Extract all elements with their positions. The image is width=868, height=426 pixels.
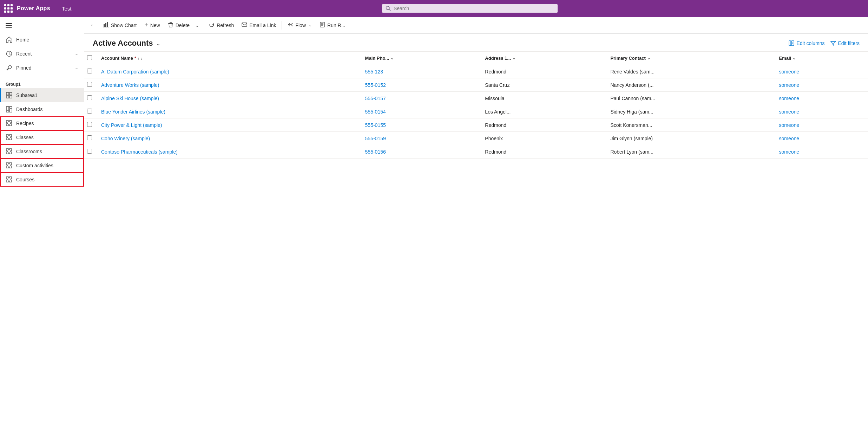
hamburger-menu[interactable]	[0, 20, 84, 33]
page-title-chevron[interactable]: ⌄	[156, 40, 160, 47]
row-checkbox-2[interactable]	[87, 95, 92, 100]
row-address-3: Los Angel...	[479, 105, 605, 118]
table-header-row: Account Name * ↑ ↓ Main Pho... ⌄	[84, 52, 868, 65]
edit-columns-button[interactable]: Edit columns	[789, 40, 824, 46]
account-name-link-0[interactable]: A. Datum Corporation (sample)	[101, 69, 169, 75]
sidebar-item-recent[interactable]: Recent ⌄	[0, 47, 84, 61]
toolbar-divider-1	[203, 21, 203, 30]
pin-icon	[6, 64, 13, 71]
back-button[interactable]: ←	[87, 19, 99, 31]
email-link-0[interactable]: someone	[779, 69, 800, 75]
row-main-phone-1: 555-0152	[360, 78, 480, 92]
account-name-link-2[interactable]: Alpine Ski House (sample)	[101, 96, 159, 101]
show-chart-button[interactable]: Show Chart	[100, 20, 140, 31]
sidebar-recipes-label: Recipes	[16, 121, 78, 126]
row-checkbox-0[interactable]	[87, 69, 92, 73]
required-star: *	[134, 56, 136, 61]
row-main-phone-0: 555-123	[360, 65, 480, 78]
sidebar-dashboards-label: Dashboards	[16, 106, 78, 112]
select-all-checkbox[interactable]	[87, 55, 92, 60]
sidebar-item-custom-activities[interactable]: Custom activities	[0, 159, 84, 173]
col-phone-chevron[interactable]: ⌄	[390, 56, 394, 60]
account-name-link-3[interactable]: Blue Yonder Airlines (sample)	[101, 109, 165, 115]
email-link-5[interactable]: someone	[779, 136, 800, 141]
account-name-link-1[interactable]: Adventure Works (sample)	[101, 82, 159, 88]
row-checkbox-6[interactable]	[87, 149, 92, 154]
sidebar-item-pinned[interactable]: Pinned ⌄	[0, 61, 84, 75]
recent-chevron: ⌄	[75, 51, 78, 56]
row-checkbox-4[interactable]	[87, 122, 92, 127]
waffle-menu[interactable]	[4, 4, 13, 13]
toolbar-chevron-1[interactable]: ⌄	[194, 21, 201, 30]
sidebar-item-subarea1[interactable]: Subarea1	[0, 88, 84, 102]
refresh-label: Refresh	[217, 22, 234, 28]
courses-puzzle-icon	[6, 176, 13, 183]
account-name-link-4[interactable]: City Power & Light (sample)	[101, 122, 162, 128]
phone-link-4[interactable]: 555-0155	[365, 122, 386, 128]
row-email-6: someone	[774, 145, 868, 159]
phone-link-3[interactable]: 555-0154	[365, 109, 386, 115]
row-email-1: someone	[774, 78, 868, 92]
sidebar-classrooms-label: Classrooms	[16, 149, 78, 154]
phone-link-5[interactable]: 555-0159	[365, 136, 386, 141]
search-bar[interactable]	[382, 4, 558, 13]
account-name-link-5[interactable]: Coho Winery (sample)	[101, 136, 150, 141]
email-link-2[interactable]: someone	[779, 96, 800, 101]
sidebar-top: Home Recent ⌄	[0, 17, 84, 78]
col-primary-contact-chevron[interactable]: ⌄	[647, 56, 650, 60]
sidebar: Home Recent ⌄	[0, 17, 84, 426]
email-link-button[interactable]: Email a Link	[238, 20, 280, 31]
account-name-link-6[interactable]: Contoso Pharmaceuticals (sample)	[101, 149, 178, 155]
app-layout: Home Recent ⌄	[0, 17, 868, 426]
toolbar-divider-2	[282, 21, 282, 30]
email-link-1[interactable]: someone	[779, 82, 800, 88]
col-header-primary-contact[interactable]: Primary Contact ⌄	[605, 52, 773, 65]
page-header-actions: Edit columns Edit filters	[789, 40, 860, 46]
sidebar-item-classes[interactable]: Classes	[0, 130, 84, 144]
sidebar-item-home[interactable]: Home	[0, 33, 84, 47]
row-checkbox-5[interactable]	[87, 135, 92, 140]
col-header-main-phone[interactable]: Main Pho... ⌄	[360, 52, 480, 65]
sidebar-item-courses[interactable]: Courses	[0, 173, 84, 187]
col-header-account-name[interactable]: Account Name * ↑ ↓	[96, 52, 360, 65]
col-header-address[interactable]: Address 1... ⌄	[479, 52, 605, 65]
table-container[interactable]: Account Name * ↑ ↓ Main Pho... ⌄	[84, 52, 868, 426]
run-report-label: Run R...	[327, 22, 345, 28]
search-input[interactable]	[394, 6, 554, 11]
sidebar-pinned-label: Pinned	[16, 65, 71, 71]
row-address-0: Redmond	[479, 65, 605, 78]
refresh-button[interactable]: Refresh	[205, 20, 237, 31]
email-link-3[interactable]: someone	[779, 109, 800, 115]
phone-link-0[interactable]: 555-123	[365, 69, 383, 75]
sidebar-item-classrooms[interactable]: Classrooms	[0, 144, 84, 159]
delete-button[interactable]: Delete	[164, 20, 193, 31]
run-report-button[interactable]: Run R...	[316, 20, 349, 31]
email-link-label: Email a Link	[249, 22, 276, 28]
phone-link-2[interactable]: 555-0157	[365, 96, 386, 101]
edit-columns-label: Edit columns	[796, 40, 824, 46]
svg-rect-8	[6, 96, 9, 98]
col-email-chevron[interactable]: ⌄	[793, 56, 796, 60]
sidebar-item-recipes[interactable]: Recipes	[0, 116, 84, 130]
email-link-6[interactable]: someone	[779, 149, 800, 155]
svg-rect-7	[9, 92, 12, 95]
sort-icons-account[interactable]: ↑ ↓	[138, 56, 143, 60]
col-header-email[interactable]: Email ⌄	[774, 52, 868, 65]
email-link-4[interactable]: someone	[779, 122, 800, 128]
row-email-5: someone	[774, 132, 868, 145]
sidebar-home-label: Home	[16, 37, 78, 43]
sidebar-item-dashboards[interactable]: Dashboards	[0, 102, 84, 116]
phone-link-6[interactable]: 555-0156	[365, 149, 386, 155]
row-checkbox-3[interactable]	[87, 109, 92, 114]
new-button[interactable]: + New	[141, 19, 164, 31]
edit-filters-button[interactable]: Edit filters	[830, 40, 860, 46]
dashboard-icon	[6, 106, 13, 113]
row-main-phone-4: 555-0155	[360, 118, 480, 132]
svg-rect-26	[789, 41, 791, 46]
show-chart-label: Show Chart	[111, 22, 137, 28]
row-checkbox-1[interactable]	[87, 82, 92, 87]
flow-button[interactable]: Flow ⌄	[284, 20, 315, 31]
flow-chevron[interactable]: ⌄	[309, 23, 312, 27]
col-address-chevron[interactable]: ⌄	[512, 56, 515, 60]
phone-link-1[interactable]: 555-0152	[365, 82, 386, 88]
